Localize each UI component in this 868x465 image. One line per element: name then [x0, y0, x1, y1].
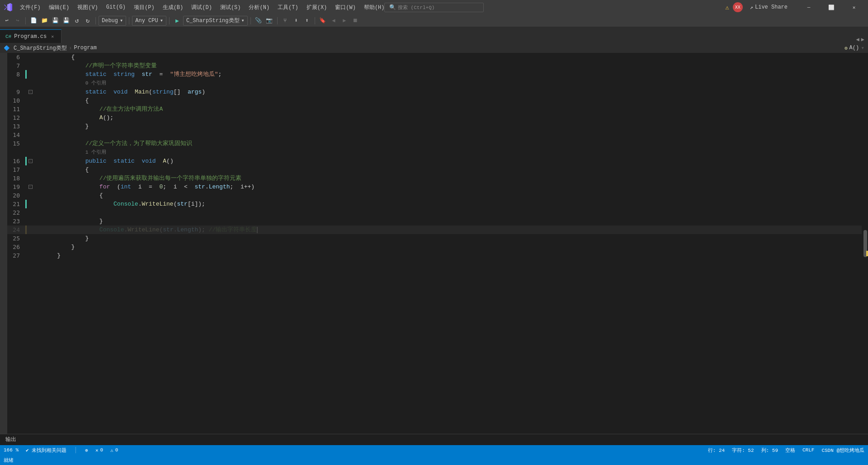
line-content-18[interactable]: [41, 208, 862, 217]
line-content-11[interactable]: 1 个引用: [41, 148, 862, 157]
menu-test[interactable]: 测试(S): [217, 3, 245, 12]
menu-extensions[interactable]: 扩展(X): [303, 3, 331, 12]
toolbar-new[interactable]: 📄: [28, 16, 38, 26]
line-content-6[interactable]: //在主方法中调用方法A: [41, 105, 862, 113]
tabs-scroll-left[interactable]: ◀: [856, 36, 859, 43]
tab-close-program[interactable]: ✕: [49, 33, 56, 40]
minimap-indicator: [866, 251, 868, 256]
panel-tab-output[interactable]: 输出: [0, 434, 22, 446]
debug-config-dropdown[interactable]: Debug ▾: [99, 16, 126, 26]
line-content-9[interactable]: [41, 131, 862, 139]
status-space[interactable]: 空格: [785, 447, 795, 454]
line-content-20[interactable]: Console.WriteLine(str.Length); //输出字符串长度: [41, 225, 862, 234]
menu-tools[interactable]: 工具(T): [274, 3, 302, 12]
menu-project[interactable]: 项目(P): [130, 3, 158, 12]
toolbar-screenshot[interactable]: 📷: [264, 16, 274, 26]
line-content-1[interactable]: //声明一个字符串类型变量: [41, 61, 862, 70]
fold-indicator-15[interactable]: −: [27, 183, 34, 191]
toolbar-git[interactable]: ⑂: [280, 16, 290, 26]
line-content-15[interactable]: for (int i = 0; i < str.Length; i++): [41, 183, 862, 191]
toolbar-stop-bookmark[interactable]: ⏹: [350, 16, 360, 26]
line-content-5[interactable]: {: [41, 96, 862, 105]
toolbar-undo[interactable]: ↺: [72, 16, 82, 26]
line-content-22[interactable]: }: [41, 243, 862, 251]
line-content-4[interactable]: static void Main(string[] args): [41, 88, 862, 96]
fold-indicator-12[interactable]: −: [27, 157, 34, 165]
toolbar-save-all[interactable]: 💾: [61, 16, 71, 26]
toolbar-pull[interactable]: ⬇: [291, 16, 301, 26]
tab-program-cs[interactable]: C# Program.cs ✕: [0, 29, 61, 43]
menu-analyze[interactable]: 分析(N): [245, 3, 273, 12]
code-line-23: 23 }: [7, 217, 862, 225]
search-bar-inline[interactable]: 🔍 搜索 (Ctrl+Q): [384, 3, 484, 12]
toolbar-prev-bookmark[interactable]: ◀: [329, 16, 339, 26]
toolbar-open[interactable]: 📁: [39, 16, 49, 26]
fold-indicator-4[interactable]: −: [27, 88, 34, 96]
line-content-19[interactable]: }: [41, 217, 862, 225]
status-no-problems[interactable]: ✔ 未找到相关问题: [26, 447, 66, 454]
code-line-15: 15 //定义一个方法，为了帮助大家巩固知识: [7, 139, 862, 148]
menu-window[interactable]: 窗口(W): [331, 3, 359, 12]
line-content-21[interactable]: }: [41, 234, 862, 243]
status-zoom[interactable]: 166 %: [4, 447, 19, 453]
user-avatar[interactable]: XX: [733, 2, 743, 12]
fold-indicator-19: [27, 217, 34, 225]
menu-build[interactable]: 生成(B): [159, 3, 187, 12]
status-navigate[interactable]: ⊕: [85, 447, 88, 453]
platform-dropdown[interactable]: Any CPU ▾: [132, 16, 166, 26]
tabs-scroll-right[interactable]: ▶: [861, 36, 864, 43]
line-content-23[interactable]: }: [41, 251, 862, 260]
toolbar-save[interactable]: 💾: [50, 16, 60, 26]
breadcrumb-class[interactable]: C_SharpString类型: [14, 44, 67, 52]
menu-file[interactable]: 文件(F): [16, 3, 44, 12]
status-csdn: CSDN @想吃烤地瓜: [821, 447, 864, 454]
status-warnings[interactable]: ⚠ 0: [110, 447, 118, 453]
menu-git[interactable]: Git(G): [103, 3, 129, 11]
menu-view[interactable]: 视图(V): [74, 3, 102, 12]
toolbar-bookmark[interactable]: 🔖: [318, 16, 328, 26]
toolbar-attach[interactable]: 📎: [254, 16, 264, 26]
breadcrumb-method[interactable]: A(): [849, 45, 859, 51]
status-errors[interactable]: ✕ 0: [95, 447, 103, 453]
toolbar-redo[interactable]: ↻: [83, 16, 93, 26]
breadcrumb-program[interactable]: Program: [74, 45, 96, 51]
line-content-12[interactable]: public static void A(): [41, 157, 862, 165]
line-content-13[interactable]: {: [41, 165, 862, 174]
line-content-16[interactable]: {: [41, 191, 862, 200]
line-content-14[interactable]: //使用遍历来获取并输出每一个字符串单独的字符元素: [41, 174, 862, 183]
close-button[interactable]: ✕: [844, 0, 864, 14]
status-char[interactable]: 字符: 52: [732, 447, 754, 454]
indent-guide-13: [34, 165, 41, 174]
menu-debug[interactable]: 调试(D): [188, 3, 216, 12]
maximize-button[interactable]: ⬜: [821, 0, 842, 14]
project-dropdown[interactable]: C_SharpString类型 ▾: [183, 16, 248, 26]
line-content-2[interactable]: static string str = "博主想吃烤地瓜";: [41, 70, 862, 79]
fold-indicator-16: [27, 191, 34, 200]
toolbar-forward[interactable]: ↪: [13, 16, 23, 26]
search-placeholder: 搜索 (Ctrl+Q): [398, 4, 434, 11]
toolbar-next-bookmark[interactable]: ▶: [340, 16, 349, 26]
line-content-8[interactable]: }: [41, 122, 862, 131]
toolbar-refresh[interactable]: ↩: [2, 16, 12, 26]
line-content-10[interactable]: //定义一个方法，为了帮助大家巩固知识: [41, 139, 862, 148]
space-info: 空格: [785, 447, 795, 454]
menu-edit[interactable]: 编辑(E): [45, 3, 73, 12]
scrollbar-container[interactable]: [862, 53, 868, 434]
line-content-17[interactable]: Console.WriteLine(str[i]);: [41, 200, 862, 208]
minimize-button[interactable]: —: [798, 0, 819, 14]
line-content-0[interactable]: {: [41, 53, 862, 61]
code-area[interactable]: 6 {7 //声明一个字符串类型变量8 static string str = …: [7, 53, 862, 434]
code-line-25: 25 }: [7, 234, 862, 243]
breadcrumb-expand[interactable]: ▾: [861, 44, 864, 52]
toolbar-push[interactable]: ⬆: [302, 16, 312, 26]
indent-guide-3: [34, 79, 41, 88]
indent-guide-17: [34, 200, 41, 208]
line-content-7[interactable]: A();: [41, 113, 862, 122]
run-button[interactable]: ▶: [172, 16, 182, 26]
status-encoding[interactable]: CRLF: [802, 447, 814, 453]
liveshare-button[interactable]: ↗ Live Share: [746, 4, 791, 11]
line-content-3[interactable]: 0 个引用: [41, 79, 862, 88]
line-number-4: 9: [7, 88, 25, 96]
status-line[interactable]: 行: 24: [708, 447, 725, 454]
status-col[interactable]: 列: 59: [761, 447, 778, 454]
